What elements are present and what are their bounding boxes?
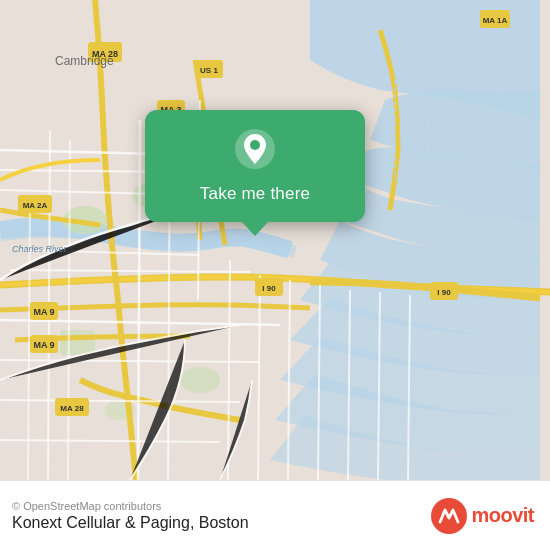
take-me-there-button[interactable]: Take me there <box>200 182 310 206</box>
location-popup: Take me there <box>145 110 365 222</box>
location-pin-icon <box>234 128 276 170</box>
bottom-bar-info: © OpenStreetMap contributors Konext Cell… <box>12 500 249 532</box>
svg-rect-3 <box>60 330 95 355</box>
location-name: Konext Cellular & Paging, Boston <box>12 514 249 532</box>
svg-point-55 <box>250 140 260 150</box>
location-icon-wrapper <box>234 128 276 174</box>
moovit-logo: moovit <box>431 498 534 534</box>
svg-point-4 <box>180 367 220 393</box>
svg-text:MA 9: MA 9 <box>33 307 54 317</box>
svg-text:Charles River: Charles River <box>12 244 68 254</box>
copyright-text: © OpenStreetMap contributors <box>12 500 249 512</box>
svg-text:I 90: I 90 <box>262 284 276 293</box>
map-background: MA 28 US 1 MA 2A MA 3 I 90 I 90 MA 9 MA … <box>0 0 550 480</box>
svg-text:I 90: I 90 <box>437 288 451 297</box>
svg-text:MA 9: MA 9 <box>33 340 54 350</box>
moovit-logo-icon <box>431 498 467 534</box>
moovit-text: moovit <box>471 504 534 527</box>
bottom-bar: © OpenStreetMap contributors Konext Cell… <box>0 480 550 550</box>
map-container: MA 28 US 1 MA 2A MA 3 I 90 I 90 MA 9 MA … <box>0 0 550 480</box>
svg-text:Cambridge: Cambridge <box>55 54 114 68</box>
svg-text:MA 28: MA 28 <box>60 404 84 413</box>
svg-text:US 1: US 1 <box>200 66 218 75</box>
svg-text:MA 2A: MA 2A <box>23 201 48 210</box>
svg-text:MA 1A: MA 1A <box>483 16 508 25</box>
